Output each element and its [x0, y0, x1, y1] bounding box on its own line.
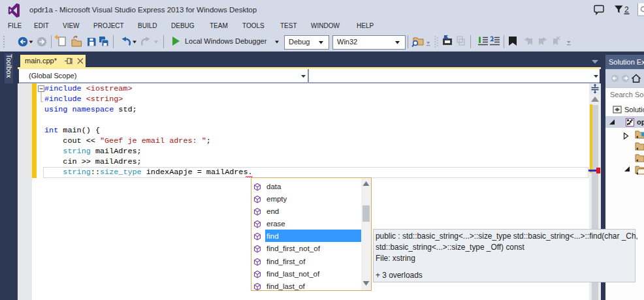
- svg-text:2: 2: [624, 5, 629, 14]
- svg-text:opdr1a: opdr1a: [637, 118, 644, 126]
- svg-text:Solution 'opdr1a' (1 project): Solution 'opdr1a' (1 project): [624, 106, 644, 113]
